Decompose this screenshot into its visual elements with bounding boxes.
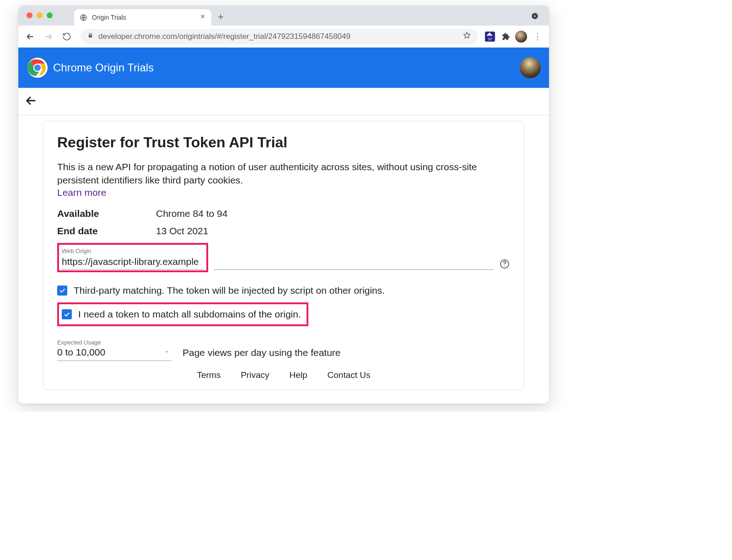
back-row: [18, 88, 549, 115]
tabs-menu-icon[interactable]: [531, 12, 539, 22]
close-window-button[interactable]: [27, 12, 32, 18]
svg-point-5: [34, 65, 41, 71]
extensions-icon[interactable]: [500, 31, 511, 43]
subdomains-checkbox[interactable]: [62, 309, 72, 319]
expected-usage-description: Page views per day using the feature: [183, 347, 341, 358]
third-party-label: Third-party matching. The token will be …: [74, 285, 385, 296]
dropdown-caret-icon: [164, 348, 170, 356]
input-underline: [214, 269, 494, 270]
web-origin-row: Web Origin: [57, 243, 510, 272]
reload-button[interactable]: [59, 29, 74, 44]
url-text: developer.chrome.com/origintrials/#/regi…: [98, 32, 458, 41]
page-back-button[interactable]: [25, 94, 38, 109]
content-area: Register for Trust Token API Trial This …: [18, 115, 549, 390]
expected-usage-label: Expected Usage: [57, 339, 172, 346]
expected-usage-select[interactable]: 0 to 10,000: [57, 346, 172, 361]
new-tab-button[interactable]: +: [218, 11, 224, 23]
third-party-checkbox-row: Third-party matching. The token will be …: [57, 285, 510, 296]
third-party-checkbox[interactable]: [57, 285, 67, 296]
footer-privacy-link[interactable]: Privacy: [241, 370, 269, 380]
expected-usage-row: Expected Usage 0 to 10,000 Page views pe…: [57, 339, 510, 361]
profile-avatar[interactable]: [515, 31, 527, 43]
bookmark-star-icon[interactable]: [463, 31, 471, 42]
app-header: Chrome Origin Trials: [18, 48, 549, 88]
address-bar[interactable]: developer.chrome.com/origintrials/#/regi…: [81, 29, 478, 44]
close-tab-icon[interactable]: [199, 13, 206, 22]
end-date-label: End date: [57, 226, 156, 237]
browser-tab[interactable]: Origin Trials: [74, 9, 211, 26]
title-bar: Origin Trials +: [18, 5, 549, 26]
expected-usage-value: 0 to 10,000: [57, 347, 105, 358]
back-button[interactable]: [23, 29, 38, 44]
browser-window: Origin Trials + developer.chrome.com/ori…: [18, 5, 549, 404]
footer-terms-link[interactable]: Terms: [197, 370, 221, 380]
web-origin-label: Web Origin: [62, 248, 204, 254]
tab-title: Origin Trials: [92, 14, 195, 21]
maximize-window-button[interactable]: [47, 12, 53, 18]
help-icon[interactable]: [499, 258, 510, 271]
svg-rect-2: [89, 35, 92, 38]
browser-toolbar: developer.chrome.com/origintrials/#/regi…: [18, 26, 549, 48]
chrome-logo-icon: [27, 57, 48, 79]
minimize-window-button[interactable]: [37, 12, 43, 18]
learn-more-link[interactable]: Learn more: [57, 187, 106, 198]
available-label: Available: [57, 208, 156, 219]
forward-button: [41, 29, 56, 44]
web-origin-input[interactable]: [62, 255, 204, 269]
app-title: Chrome Origin Trials: [53, 61, 154, 74]
end-date-value: 13 Oct 2021: [156, 226, 208, 237]
footer-help-link[interactable]: Help: [289, 370, 307, 380]
globe-icon: [80, 14, 87, 22]
footer-contact-link[interactable]: Contact Us: [328, 370, 371, 380]
web-origin-highlight: Web Origin: [57, 243, 208, 272]
registration-card: Register for Trust Token API Trial This …: [43, 121, 524, 390]
meta-table: Available Chrome 84 to 94 End date 13 Oc…: [57, 208, 510, 237]
page-heading: Register for Trust Token API Trial: [57, 134, 510, 151]
chrome-menu-icon[interactable]: ⋮: [531, 32, 544, 42]
subdomains-checkbox-row: I need a token to match all subdomains o…: [57, 302, 308, 326]
subdomains-label: I need a token to match all subdomains o…: [78, 309, 301, 320]
lock-icon: [87, 32, 94, 41]
extension-badge-icon[interactable]: 37: [484, 31, 496, 43]
window-controls: [27, 12, 53, 18]
available-value: Chrome 84 to 94: [156, 208, 227, 219]
footer-links: Terms Privacy Help Contact Us: [57, 370, 510, 380]
page-description: This is a new API for propagating a noti…: [57, 160, 510, 187]
svg-point-7: [504, 265, 505, 266]
user-avatar[interactable]: [520, 57, 541, 78]
